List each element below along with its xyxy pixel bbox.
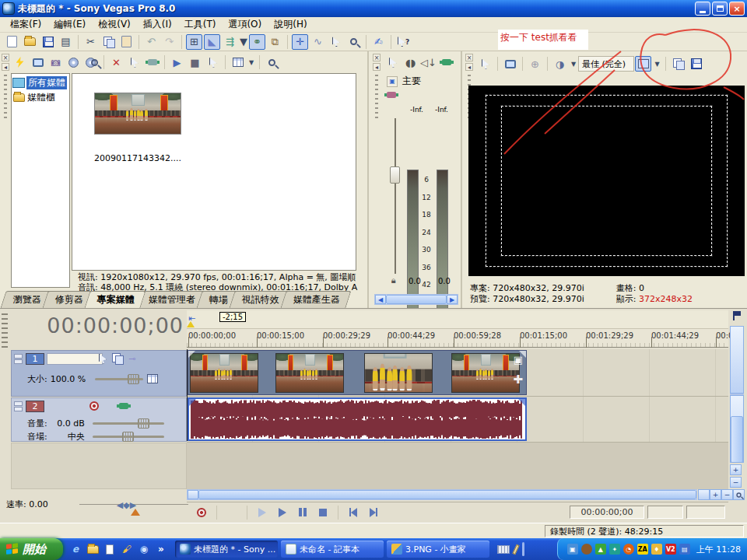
fade-in-handle[interactable] <box>189 399 196 406</box>
bus-solo-icon[interactable] <box>437 89 449 101</box>
menu-insert[interactable]: 插入(I) <box>138 16 177 33</box>
loop-start-handle[interactable] <box>187 321 195 327</box>
mute-icon[interactable] <box>156 352 168 365</box>
slider-handle[interactable] <box>128 374 139 384</box>
views-icon[interactable] <box>230 54 246 70</box>
save-icon[interactable] <box>40 34 56 50</box>
zoom-out-time-icon[interactable]: − <box>721 489 733 500</box>
play-button[interactable] <box>274 505 291 520</box>
track-minimize-buttons[interactable] <box>14 354 23 364</box>
selection-edit-tool-icon[interactable] <box>328 34 344 50</box>
play-from-start-button[interactable] <box>254 505 271 520</box>
zoom-edit-tool-icon[interactable] <box>345 34 362 50</box>
media-list[interactable]: 20090117143342.... <box>72 73 356 271</box>
transport-timecode[interactable]: 00:00:00;00 <box>570 506 644 519</box>
selection-start-box[interactable] <box>647 506 683 519</box>
downmix-output-icon[interactable]: ◁↓ <box>420 54 437 70</box>
track-name-field[interactable] <box>47 353 103 365</box>
mute-icon[interactable] <box>156 400 168 412</box>
go-to-end-button[interactable] <box>365 505 382 520</box>
tray-icon-5[interactable]: ◔ <box>623 544 634 555</box>
stop-preview-icon[interactable]: ■ <box>187 54 203 70</box>
paste-icon[interactable] <box>118 34 135 50</box>
tree-item-all-media[interactable]: 所有媒體 <box>12 75 69 90</box>
enable-snapping-icon[interactable] <box>186 34 202 50</box>
extract-audio-icon[interactable] <box>65 54 82 70</box>
make-parent-icon[interactable] <box>177 373 190 385</box>
media-clip-name[interactable]: 20090117143342.... <box>79 153 197 163</box>
pause-button[interactable] <box>294 505 311 520</box>
undo-icon[interactable] <box>143 34 160 50</box>
split-screen-icon[interactable]: ◑ <box>552 56 568 72</box>
close-pane-icon[interactable]: × <box>465 54 473 61</box>
language-bar[interactable] <box>491 542 531 556</box>
track-view[interactable]: ▣ ✚ <box>187 349 728 489</box>
bus-fx-icon[interactable] <box>385 89 398 101</box>
tray-icon-8[interactable]: V2 <box>665 544 676 555</box>
start-preview-icon[interactable] <box>169 54 185 70</box>
copy-snapshot-icon[interactable] <box>670 56 686 72</box>
rate-scrubber[interactable]: ◀◆▶ <box>79 499 188 510</box>
ripple-dropdown-icon[interactable] <box>240 34 247 50</box>
insert-bus-icon[interactable]: ◖◗ <box>402 54 419 70</box>
volume-slider[interactable] <box>93 422 164 425</box>
insert-fx-icon[interactable] <box>438 54 454 70</box>
scroll-left-icon[interactable] <box>188 490 198 499</box>
record-button[interactable] <box>193 505 210 520</box>
mixer-properties-icon[interactable] <box>384 54 401 70</box>
cursor-timecode[interactable]: 00:00:00;00 <box>11 313 184 345</box>
cut-icon[interactable] <box>82 34 99 50</box>
folder-icon[interactable] <box>86 543 99 555</box>
audio-track-header[interactable]: 2 音量: 0.0 dB 音場: 中央 <box>11 397 187 442</box>
audio-event-clip[interactable] <box>188 397 527 441</box>
scroll-up-icon[interactable] <box>730 326 744 394</box>
track-fx-icon[interactable] <box>111 352 124 365</box>
bus-window-icon[interactable]: ▣ <box>387 76 398 87</box>
network-tray-icon[interactable]: ▣ <box>567 544 578 555</box>
undock-pane-icon[interactable]: ◂ <box>373 63 381 71</box>
zonealarm-tray-icon[interactable]: ZA <box>637 544 648 555</box>
zoom-in-time-icon[interactable]: + <box>710 489 721 500</box>
bus-mute-icon[interactable] <box>419 89 432 101</box>
solo-icon[interactable] <box>170 400 183 412</box>
auto-ripple-icon[interactable]: ⇶ <box>222 34 238 50</box>
edit-cursor[interactable] <box>187 349 188 441</box>
interactive-tutorials-icon[interactable]: ✍ <box>370 34 387 50</box>
video-output-fx-icon[interactable]: ⊕ <box>527 56 543 72</box>
undock-pane-icon[interactable]: ◂ <box>2 63 9 71</box>
task-paint[interactable]: 3.PNG - 小畫家 <box>387 541 489 558</box>
ie-icon[interactable]: e <box>69 543 82 555</box>
ignore-grouping-icon[interactable] <box>267 34 283 50</box>
get-media-web-icon[interactable] <box>83 54 100 70</box>
properties-icon[interactable] <box>58 34 74 50</box>
tab-media-manager[interactable]: 媒體管理者 <box>135 291 206 308</box>
solo-icon[interactable] <box>170 352 183 365</box>
track-motion-icon[interactable] <box>96 352 109 365</box>
overlay-grid-dropdown-icon[interactable] <box>653 56 661 72</box>
close-pane-icon[interactable]: × <box>373 54 381 61</box>
clock[interactable]: 上午 11:28 <box>696 544 741 555</box>
preview-properties-icon[interactable] <box>477 56 493 72</box>
scroll-right-icon[interactable]: ▶ <box>447 295 458 304</box>
zoom-out-track-height-icon[interactable]: − <box>730 477 742 488</box>
fader-lock-icon[interactable]: 🔒︎ <box>391 275 396 285</box>
make-child-icon[interactable] <box>162 373 174 385</box>
tray-icon-2[interactable] <box>581 544 592 555</box>
menu-help[interactable]: 說明(H) <box>268 16 312 33</box>
menu-file[interactable]: 檔案(F) <box>5 16 47 33</box>
restore-button[interactable] <box>712 2 728 16</box>
paint-icon[interactable]: 🖌︎ <box>121 543 133 555</box>
close-pane-icon[interactable]: × <box>2 54 9 61</box>
auto-preview-icon[interactable] <box>12 54 28 70</box>
bus-automation-icon[interactable] <box>402 89 415 101</box>
scroll-thumb[interactable] <box>386 295 447 304</box>
media-fx-icon[interactable] <box>144 54 160 70</box>
automation-settings-icon[interactable] <box>141 400 153 412</box>
save-snapshot-icon[interactable] <box>688 56 704 72</box>
scroll-left-icon[interactable]: ◀ <box>375 295 386 304</box>
event-pan-crop-icon[interactable]: ▣ <box>514 354 523 366</box>
fade-out-handle[interactable] <box>518 399 525 406</box>
tray-icon-3[interactable]: ▲ <box>595 544 606 555</box>
timeline-hscrollbar[interactable] <box>187 489 697 500</box>
preview-quality-dropdown[interactable]: 最佳 (完全) <box>578 56 634 72</box>
